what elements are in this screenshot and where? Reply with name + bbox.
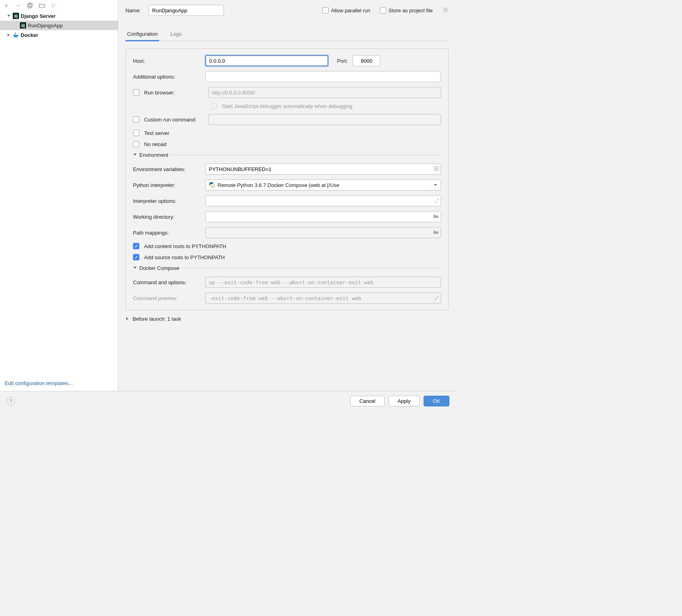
tree-label: Django Server [21, 13, 56, 19]
env-vars-label: Environment variables: [133, 166, 200, 172]
name-label: Name: [125, 8, 141, 13]
allow-parallel-checkbox[interactable] [322, 7, 329, 13]
remove-config-button[interactable]: − [15, 2, 21, 9]
expand-icon[interactable] [125, 316, 129, 322]
command-options-label: Command and options: [133, 279, 200, 285]
start-js-debugger-checkbox [211, 103, 217, 109]
host-input[interactable] [205, 55, 328, 66]
list-icon[interactable] [434, 166, 439, 172]
expand-icon[interactable] [6, 33, 11, 37]
collapse-icon[interactable] [133, 265, 137, 271]
run-browser-url-input [208, 87, 441, 98]
svg-point-8 [445, 9, 447, 11]
tree-label: Docker [21, 32, 38, 38]
working-dir-label: Working directory: [133, 214, 200, 220]
allow-parallel-label: Allow parallel run [331, 8, 370, 13]
tabs: Configuration Logs [125, 28, 449, 41]
run-browser-label: Run browser: [144, 90, 204, 96]
port-label: Port: [337, 58, 348, 64]
add-source-roots-checkbox[interactable] [133, 254, 139, 260]
svg-rect-1 [29, 3, 32, 7]
command-preview-input [205, 293, 441, 304]
svg-rect-6 [15, 34, 16, 35]
folder-icon[interactable] [433, 214, 439, 220]
svg-text:R: R [212, 186, 214, 188]
tree-run-django-app[interactable]: dj RunDjangoApp [0, 21, 118, 30]
custom-run-input [208, 114, 441, 125]
ok-button[interactable]: OK [424, 396, 449, 406]
docker-icon [13, 32, 19, 38]
name-input[interactable] [148, 5, 224, 16]
sort-button[interactable]: az [51, 2, 57, 9]
command-preview-label: Command preview: [133, 295, 200, 301]
path-mappings-label: Path mappings: [133, 230, 200, 236]
folder-add-button[interactable]: + [39, 2, 45, 9]
svg-rect-0 [28, 4, 31, 8]
folder-icon[interactable] [433, 229, 439, 236]
environment-section-label: Environment [139, 152, 168, 158]
interp-options-input[interactable] [205, 195, 441, 206]
start-js-debugger-label: Start JavaScript debugger automatically … [222, 103, 353, 109]
no-reload-label: No reload [144, 141, 166, 147]
interpreter-label: Python interpreter: [133, 182, 200, 188]
test-server-checkbox[interactable] [133, 130, 139, 136]
store-project-checkbox[interactable] [380, 7, 386, 13]
env-vars-input[interactable] [205, 164, 441, 175]
path-mappings-input [205, 227, 441, 238]
config-panel: Host: Port: Additional options: Run brow… [125, 48, 449, 310]
add-content-roots-checkbox[interactable] [133, 243, 139, 249]
django-icon: dj [20, 22, 26, 29]
docker-compose-section-label: Docker Compose [139, 265, 179, 271]
docker-compose-section-header[interactable]: Docker Compose [133, 265, 441, 271]
python-icon: R [209, 182, 215, 188]
edit-templates-link[interactable]: Edit configuration templates... [0, 375, 118, 391]
collapse-icon[interactable] [133, 152, 137, 158]
tree-django-server[interactable]: dj Django Server [0, 11, 118, 21]
tab-logs[interactable]: Logs [169, 28, 183, 41]
add-source-roots-label: Add source roots to PYTHONPATH [144, 254, 225, 260]
sidebar-toolbar: + − + az [0, 0, 118, 11]
help-button[interactable]: ? [6, 397, 15, 406]
interpreter-value: Remote Python 3.6.7 Docker Compose (web … [218, 182, 339, 188]
footer: ? Cancel Apply OK [0, 391, 456, 411]
custom-run-checkbox[interactable] [133, 116, 139, 123]
custom-run-label: Custom run command: [144, 117, 204, 123]
interpreter-dropdown[interactable]: R Remote Python 3.6.7 Docker Compose (we… [205, 179, 441, 191]
expand-icon[interactable] [6, 13, 11, 18]
port-input[interactable] [353, 55, 380, 66]
svg-text:z: z [54, 6, 55, 8]
run-browser-checkbox[interactable] [133, 89, 139, 96]
cancel-button[interactable]: Cancel [350, 396, 384, 406]
tree-docker[interactable]: Docker [0, 30, 118, 40]
host-label: Host: [133, 58, 200, 64]
sidebar: + − + az dj Django Server [0, 0, 118, 391]
before-launch-label: Before launch: 1 task [133, 316, 181, 322]
interp-options-label: Interpreter options: [133, 198, 200, 204]
content-panel: Name: Allow parallel run Store as projec… [118, 0, 456, 391]
additional-options-label: Additional options: [133, 74, 200, 80]
tab-configuration[interactable]: Configuration [125, 28, 159, 41]
config-tree: dj Django Server dj RunDjangoApp Docker [0, 11, 118, 375]
test-server-label: Test server [144, 130, 170, 136]
before-launch-section[interactable]: Before launch: 1 task [125, 316, 449, 322]
svg-rect-5 [14, 34, 15, 35]
copy-config-button[interactable] [27, 2, 33, 9]
environment-section-header[interactable]: Environment [133, 152, 441, 158]
expand-icon[interactable] [435, 295, 439, 301]
additional-options-input[interactable] [205, 71, 441, 82]
working-dir-input[interactable] [205, 211, 441, 222]
store-project-label: Store as project file [389, 8, 433, 13]
tree-label: RunDjangoApp [28, 23, 63, 29]
apply-button[interactable]: Apply [389, 396, 420, 406]
chevron-down-icon [433, 182, 437, 188]
no-reload-checkbox[interactable] [133, 141, 139, 147]
command-options-input[interactable] [205, 277, 441, 288]
add-content-roots-label: Add content roots to PYTHONPATH [144, 243, 226, 249]
divider [171, 155, 441, 155]
add-config-button[interactable]: + [3, 2, 10, 9]
divider [181, 268, 441, 268]
expand-icon[interactable] [435, 198, 439, 204]
svg-text:+: + [43, 3, 45, 6]
gear-icon[interactable] [442, 7, 449, 14]
svg-rect-7 [15, 33, 16, 33]
